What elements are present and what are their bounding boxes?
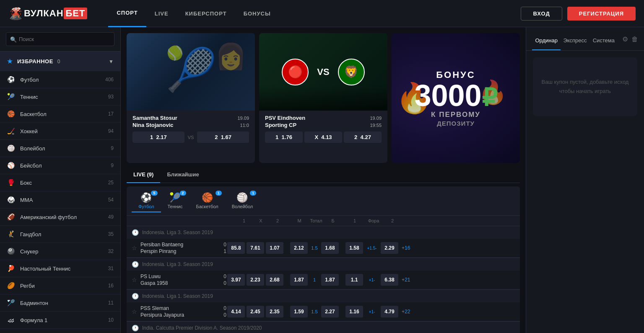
odd-b-button[interactable]: 2.27 xyxy=(321,306,339,318)
sport-item[interactable]: 🤾 Гандбол 35 xyxy=(0,226,120,243)
odd-fora1-button[interactable]: 1.1 xyxy=(345,274,363,286)
sport-count: 10 xyxy=(108,317,114,323)
league-row: 🕐Indonesia. Liga 3. Season 2019 xyxy=(127,226,520,239)
sport-item[interactable]: 🥊 Бокс 25 xyxy=(0,174,120,191)
trash-icon[interactable]: 🗑 xyxy=(631,36,638,43)
sport-name: Хоккей xyxy=(20,128,38,134)
sport-item[interactable]: 🏒 Хоккей 94 xyxy=(0,123,120,140)
odd-m-button[interactable]: 1.87 xyxy=(290,274,308,286)
soccer-team2: Sporting CP xyxy=(265,122,296,128)
featured-item[interactable]: ★ ИЗБРАННОЕ 0 ▼ xyxy=(0,52,120,71)
nav-esport[interactable]: КИБЕРСПОРТ xyxy=(177,0,235,27)
header: 🌋 ВУЛКАН БЕТ СПОРТ LIVE КИБЕРСПОРТ БОНУС… xyxy=(0,0,644,27)
sport-tab-футбол[interactable]: ⚽ 5 Футбол xyxy=(132,190,161,212)
filter-live[interactable]: LIVE (9) xyxy=(127,167,160,183)
odd-2-button[interactable]: 1.07 xyxy=(266,242,283,254)
nav-bonus[interactable]: БОНУСЫ xyxy=(235,0,279,27)
sport-tab-label: Теннис xyxy=(168,204,183,209)
sport-item[interactable]: 🏐 Волейбол 9 xyxy=(0,140,120,157)
odd-1-button[interactable]: 85.8 xyxy=(227,242,245,254)
odd-1-button[interactable]: 3.97 xyxy=(227,274,245,286)
odd-x-button[interactable]: 2.45 xyxy=(247,306,264,318)
sport-item[interactable]: 🏓 Настольный Теннис 31 xyxy=(0,260,120,277)
league-name: India. Calcutta Premier Division A. Seas… xyxy=(142,325,262,331)
nav-sport[interactable]: СПОРТ xyxy=(108,0,146,27)
sport-tab-волейбол[interactable]: 🏐 1 Волейбол xyxy=(225,190,260,212)
odd-m-button[interactable]: 2.12 xyxy=(290,242,308,254)
away-team: Perspin Pinrang xyxy=(140,248,176,254)
favorite-star-icon[interactable]: ☆ xyxy=(132,276,137,283)
sport-count: 94 xyxy=(108,128,114,134)
bonus-card[interactable]: 🔥 🔥 БОНУС 3000 ₽ К ПЕРВОМУ ДЕПОЗИТУ xyxy=(392,33,520,163)
odd-b-button[interactable]: 1.87 xyxy=(321,274,339,286)
register-button[interactable]: РЕГИСТРАЦИЯ xyxy=(567,7,636,21)
sport-item[interactable]: 🏀 Баскетбол 17 xyxy=(0,106,120,123)
tennis-odd2-button[interactable]: 2 1.67 xyxy=(197,132,249,143)
sport-item[interactable]: 🏎 Формула 1 10 xyxy=(0,312,120,329)
sport-tab-badge: 1 xyxy=(250,191,256,196)
match-row[interactable]: ☆ PS Luwu 0 Gaspa 1958 0 3.97 2.23 2.68 … xyxy=(127,271,520,289)
logo[interactable]: 🌋 ВУЛКАН БЕТ xyxy=(8,7,87,21)
soccer-oddX-button[interactable]: X 4.13 xyxy=(304,132,342,143)
odd-fora1-button[interactable]: 1.58 xyxy=(345,242,363,254)
league-name: Indonesia. Liga 3. Season 2019 xyxy=(142,230,213,235)
sport-icon: 🥊 xyxy=(7,178,15,187)
login-button[interactable]: ВХОД xyxy=(521,7,562,21)
nav-live[interactable]: LIVE xyxy=(146,0,177,27)
sport-item[interactable]: 🏸 Бадминтон 11 xyxy=(0,294,120,312)
match-row[interactable]: ☆ PSS Sleman 0 Persipura Jayapura 0 4.14… xyxy=(127,302,520,321)
sport-tab-badge: 5 xyxy=(151,191,157,196)
featured-label: ИЗБРАННОЕ xyxy=(17,58,53,65)
betslip-tab-ordinar[interactable]: Ординар xyxy=(532,31,561,50)
soccer-match-card[interactable]: 🔴 VS 🦁 PSV Eindhoven 19.09 Sporting CP 1… xyxy=(259,33,387,163)
odd-x-button[interactable]: 7.61 xyxy=(247,242,264,254)
odd-fora2-button[interactable]: 2.29 xyxy=(381,242,398,254)
odd-fora1-button[interactable]: 1.16 xyxy=(345,306,363,318)
sport-item[interactable]: ⚾ Бейсбол 9 xyxy=(0,157,120,174)
logo-vulkan: ВУЛКАН xyxy=(24,8,64,19)
odd-2-button[interactable]: 2.68 xyxy=(266,274,283,286)
sport-item[interactable]: 🎱 Снукер 32 xyxy=(0,243,120,260)
away-team: Persipura Jayapura xyxy=(140,312,184,318)
more-odds[interactable]: +21 xyxy=(402,277,410,283)
tennis-time: 11:0 xyxy=(240,123,249,128)
odd-x-button[interactable]: 2.23 xyxy=(247,274,264,286)
soccer-odd1-button[interactable]: 1 1.76 xyxy=(265,132,303,143)
sport-item[interactable]: 🏉 Австралийский футбол 2 xyxy=(0,329,120,333)
logo-fire-icon: 🌋 xyxy=(8,7,23,21)
sport-icon: 🏐 xyxy=(7,144,15,152)
more-odds[interactable]: +22 xyxy=(402,309,410,315)
away-team: Gaspa 1958 xyxy=(140,280,168,286)
tennis-team2: Nina Stojanovic xyxy=(132,122,174,128)
filter-upcoming[interactable]: Ближайшие xyxy=(160,167,205,183)
sport-name: Теннис xyxy=(20,94,38,100)
odd-1-button[interactable]: 4.14 xyxy=(227,306,245,318)
clock-icon: 🕐 xyxy=(132,261,139,268)
sport-tab-баскетбол[interactable]: 🏀 1 Баскетбол xyxy=(190,190,225,212)
sport-item[interactable]: 🎾 Теннис 93 xyxy=(0,88,120,106)
favorite-star-icon[interactable]: ☆ xyxy=(132,245,137,251)
search-input[interactable] xyxy=(6,32,114,46)
sport-item[interactable]: 🏈 Американский футбол 49 xyxy=(0,209,120,226)
sport-tab-теннис[interactable]: 🎾 2 Теннис xyxy=(161,190,190,212)
sport-item[interactable]: 🏉 Регби 16 xyxy=(0,277,120,294)
odd-fora2-button[interactable]: 4.79 xyxy=(381,306,398,318)
odd-2-button[interactable]: 2.35 xyxy=(266,306,283,318)
odd-b-button[interactable]: 1.68 xyxy=(321,242,339,254)
league-row: 🕐India. Calcutta Premier Division A. Sea… xyxy=(127,321,520,333)
settings-icon[interactable]: ⚙ xyxy=(622,35,628,43)
sport-item[interactable]: 🥋 ММА 54 xyxy=(0,191,120,209)
tennis-match-card[interactable]: 🎾 👩 Samantha Stosur 19.09 Nina Stojanovi… xyxy=(127,33,255,163)
sport-item[interactable]: ⚽ Футбол 406 xyxy=(0,71,120,88)
home-score: 0 xyxy=(223,274,226,279)
soccer-odd2-button[interactable]: 2 4.27 xyxy=(344,132,382,143)
more-odds[interactable]: +16 xyxy=(402,245,410,251)
logo-bet: БЕТ xyxy=(64,8,88,19)
odd-fora2-button[interactable]: 6.38 xyxy=(381,274,398,286)
tennis-odd1-button[interactable]: 1 2.17 xyxy=(132,132,184,143)
odd-m-button[interactable]: 1.59 xyxy=(290,306,308,318)
betslip-tab-express[interactable]: Экспресс xyxy=(561,31,589,50)
betslip-tab-system[interactable]: Система xyxy=(589,31,618,50)
match-row[interactable]: ☆ Persiban Bantaeng 0 Perspin Pinrang 1 … xyxy=(127,239,520,258)
favorite-star-icon[interactable]: ☆ xyxy=(132,308,137,315)
